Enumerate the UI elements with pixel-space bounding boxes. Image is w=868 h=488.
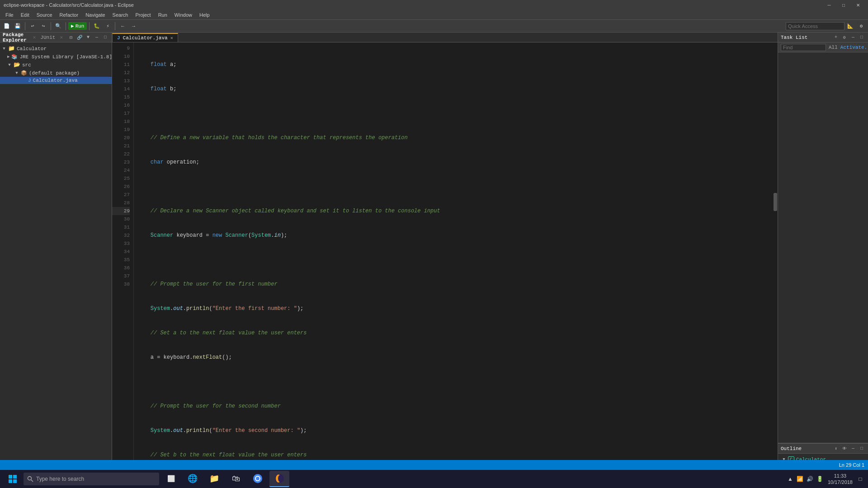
outline-maximize-icon[interactable]: □ bbox=[858, 445, 865, 452]
package-explorer: Package Explorer ✕ JUnit ✕ ⊟ 🔗 ▼ — □ ▼ 📁… bbox=[0, 33, 112, 478]
tree-item-src[interactable]: ▼ 📂 src bbox=[0, 61, 112, 69]
taskbar-eclipse[interactable] bbox=[269, 471, 289, 487]
toolbar-back[interactable]: ← bbox=[118, 21, 127, 31]
toolbar-sep-1 bbox=[25, 22, 25, 30]
task-new-icon[interactable]: + bbox=[832, 34, 840, 41]
toolbar-new[interactable]: 📄 bbox=[2, 21, 12, 31]
line-num-19: 19 bbox=[112, 126, 130, 134]
panel-menu-icon[interactable]: ▼ bbox=[85, 34, 92, 41]
toolbar-undo[interactable]: ↩ bbox=[28, 21, 38, 31]
find-input[interactable] bbox=[781, 44, 826, 51]
show-desktop-icon[interactable]: □ bbox=[856, 475, 864, 483]
toolbar-sep-5 bbox=[115, 22, 115, 30]
task-list-icons: + ⚙ — □ bbox=[832, 34, 865, 41]
tree-item-calculator[interactable]: ▼ 📁 Calculator bbox=[0, 44, 112, 53]
line-num-24: 24 bbox=[112, 166, 130, 174]
toolbar-redo[interactable]: ↪ bbox=[38, 21, 48, 31]
outline-hide-icon[interactable]: 👁 bbox=[841, 445, 848, 452]
volume-icon[interactable]: 🔊 bbox=[806, 475, 814, 483]
link-with-editor-icon[interactable]: 🔗 bbox=[76, 34, 83, 41]
taskbar-explorer[interactable]: 📁 bbox=[204, 471, 224, 487]
scrollbar-thumb[interactable] bbox=[774, 193, 777, 211]
tree-item-jre[interactable]: ▶ 📚 JRE System Library [JavaSE-1.8] bbox=[0, 53, 112, 61]
code-editor[interactable]: float a; float b; // Define a new variab… bbox=[134, 42, 773, 488]
tab-close-button[interactable]: ✕ bbox=[170, 35, 173, 41]
junit-tab[interactable]: JUnit bbox=[40, 35, 55, 40]
outline-sort-icon[interactable]: ⬆ bbox=[832, 445, 840, 452]
taskbar-taskview[interactable]: ⬜ bbox=[161, 471, 181, 487]
outline-minimize-icon[interactable]: — bbox=[849, 445, 857, 452]
find-all-label[interactable]: All bbox=[829, 45, 838, 50]
code-line-21: a = keyboard.nextFloat(); bbox=[137, 353, 769, 361]
tree-label: src bbox=[22, 62, 31, 68]
editor-tab-bar: J Calculator.java ✕ bbox=[112, 33, 778, 42]
menu-refactor[interactable]: Refactor bbox=[56, 11, 82, 19]
taskbar-search[interactable]: Type here to search bbox=[24, 473, 159, 485]
code-line-19: System.out.println("Enter the first numb… bbox=[137, 305, 769, 313]
quick-access-input[interactable] bbox=[786, 22, 844, 30]
status-right: Ln 29 Col 1 bbox=[839, 462, 864, 468]
toolbar-save[interactable]: 💾 bbox=[13, 21, 23, 31]
task-minimize-icon[interactable]: — bbox=[849, 34, 857, 41]
code-line-11 bbox=[137, 109, 769, 117]
taskbar-chrome[interactable] bbox=[248, 471, 268, 487]
menu-project[interactable]: Project bbox=[132, 11, 154, 19]
battery-icon[interactable]: 🔋 bbox=[816, 475, 824, 483]
line-num-9: 9 bbox=[112, 44, 130, 52]
taskbar-right: ▲ 📶 🔊 🔋 11:33 10/17/2018 □ bbox=[786, 473, 864, 486]
maximize-button[interactable]: □ bbox=[837, 0, 850, 10]
task-list-area bbox=[778, 52, 868, 443]
toolbar-profile[interactable]: ⚡ bbox=[103, 21, 113, 31]
menu-file[interactable]: File bbox=[2, 11, 17, 19]
line-num-22: 22 bbox=[112, 150, 130, 158]
package-icon: 📦 bbox=[21, 70, 27, 76]
tree-item-calculatorjava[interactable]: J Calculator.java bbox=[0, 77, 112, 84]
toolbar-perspective-1[interactable]: 📐 bbox=[845, 21, 855, 31]
svg-line-5 bbox=[31, 480, 33, 482]
start-button[interactable] bbox=[4, 471, 22, 487]
tree-item-defaultpkg[interactable]: ▼ 📦 (default package) bbox=[0, 69, 112, 77]
tab-label: Calculator.java bbox=[123, 35, 168, 41]
line-num-32: 32 bbox=[112, 231, 130, 239]
toolbar-search[interactable]: 🔍 bbox=[53, 21, 63, 31]
menu-navigate[interactable]: Navigate bbox=[82, 11, 108, 19]
taskbar-store[interactable]: 🛍 bbox=[226, 471, 246, 487]
tray-up-icon[interactable]: ▲ bbox=[786, 475, 794, 483]
toolbar: 📄 💾 ↩ ↪ 🔍 ▶ Run 🐛 ⚡ ← → 📐 ⚙ bbox=[0, 20, 868, 33]
network-icon[interactable]: 📶 bbox=[796, 475, 804, 483]
menu-window[interactable]: Window bbox=[171, 11, 196, 19]
line-num-26: 26 bbox=[112, 183, 130, 191]
line-num-11: 11 bbox=[112, 61, 130, 69]
package-explorer-header: Package Explorer ✕ JUnit ✕ ⊟ 🔗 ▼ — □ bbox=[0, 33, 112, 42]
collapse-all-icon[interactable]: ⊟ bbox=[67, 34, 75, 41]
task-filter-icon[interactable]: ⚙ bbox=[841, 34, 848, 41]
taskbar-clock[interactable]: 11:33 10/17/2018 bbox=[828, 473, 853, 486]
menu-search[interactable]: Search bbox=[109, 11, 132, 19]
menu-bar: File Edit Source Refactor Navigate Searc… bbox=[0, 10, 868, 20]
run-button[interactable]: ▶ Run bbox=[68, 22, 87, 30]
toolbar-forward[interactable]: → bbox=[128, 21, 138, 31]
task-maximize-icon[interactable]: □ bbox=[858, 34, 865, 41]
menu-edit[interactable]: Edit bbox=[17, 11, 33, 19]
editor-tab-calculatorjava[interactable]: J Calculator.java ✕ bbox=[112, 33, 178, 42]
menu-source[interactable]: Source bbox=[33, 11, 56, 19]
close-button[interactable]: ✕ bbox=[852, 0, 864, 10]
minimize-button[interactable]: ─ bbox=[823, 0, 835, 10]
find-activate-label[interactable]: Activate... bbox=[840, 45, 868, 50]
system-tray-icons: ▲ 📶 🔊 🔋 bbox=[786, 475, 824, 483]
maximize-panel-icon[interactable]: □ bbox=[102, 34, 109, 41]
code-line-15: // Declare a new Scanner object called k… bbox=[137, 207, 769, 215]
menu-help[interactable]: Help bbox=[196, 11, 213, 19]
package-explorer-tab[interactable]: Package Explorer bbox=[3, 32, 28, 43]
store-icon: 🛍 bbox=[232, 474, 240, 483]
menu-run[interactable]: Run bbox=[155, 11, 171, 19]
code-line-20: // Set a to the next float value the use… bbox=[137, 329, 769, 337]
toolbar-debug[interactable]: 🐛 bbox=[92, 21, 102, 31]
taskbar-edge[interactable]: 🌐 bbox=[183, 471, 203, 487]
svg-rect-0 bbox=[9, 475, 12, 479]
toolbar-perspective-2[interactable]: ⚙ bbox=[856, 21, 866, 31]
minimize-panel-icon[interactable]: — bbox=[93, 34, 100, 41]
editor-scrollbar[interactable] bbox=[773, 42, 778, 488]
line-num-28: 28 bbox=[112, 199, 130, 207]
title-text: eclipse-workspace - Calculator/src/Calcu… bbox=[4, 2, 134, 8]
